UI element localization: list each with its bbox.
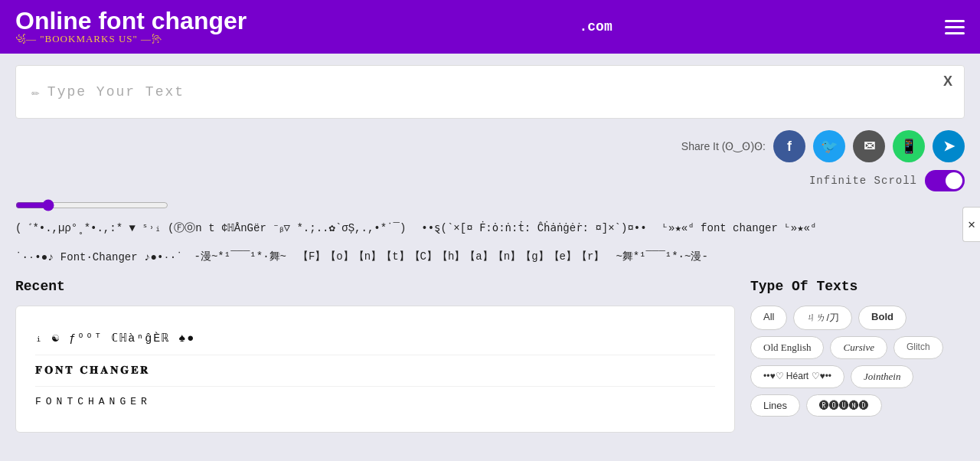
- share-email[interactable]: ✉: [853, 130, 885, 162]
- share-twitter[interactable]: 🐦: [813, 130, 845, 162]
- share-whatsapp[interactable]: 📱: [893, 130, 925, 162]
- share-facebook[interactable]: f: [773, 130, 805, 162]
- font-samples-row2: ˙·٠•●♪ Font·Changer ♪●•٠·˙ -漫~*¹¯¯¯¹*·舞~…: [15, 250, 965, 263]
- font-sample-3: ᴸ»★«ᵈ font changer ᴸ»★«ᵈ: [662, 219, 817, 238]
- type-tag-japanese[interactable]: ㄐㄌ/刀: [793, 306, 852, 330]
- font-sample-1: (゛*•.,µρ°˳*•.,:* ▼ ˢ˒ᵢ (Ⓕⓞn t ¢ℍÅnGёr ⁻ᵦ…: [15, 219, 406, 238]
- logo-title-text: Online font changer: [15, 7, 247, 34]
- toggle-knob: [946, 172, 962, 189]
- recent-item-3[interactable]: FONTCHANGER: [35, 387, 715, 417]
- recent-title: Recent: [15, 279, 735, 294]
- type-tag-heart[interactable]: ••♥♡ Héart ♡♥••: [750, 365, 844, 388]
- logo-subtitle: ꧁— "BOOKMARKS US" —꧂: [15, 33, 247, 45]
- type-tag-bold[interactable]: Bold: [858, 306, 906, 330]
- infinite-scroll-toggle[interactable]: [925, 170, 965, 191]
- pencil-icon: ✏: [31, 83, 40, 100]
- font-size-slider[interactable]: [15, 199, 168, 211]
- type-grid: All ㄐㄌ/刀 Bold Old English Cursive Glitch…: [750, 306, 965, 417]
- side-close-button[interactable]: ✕: [962, 207, 980, 242]
- infinite-scroll-label: Infinite Scroll: [809, 175, 917, 187]
- text-input-container[interactable]: ✏ Type Your Text X: [15, 65, 965, 119]
- recent-column: Recent ᵢ ☯ ƒᴼᴼᵀ ℂℍàⁿĝÈℝ ♠● 𝐅𝐎𝐍𝐓 𝐂𝐇𝐀𝐍𝐆𝐄𝐑 …: [15, 279, 735, 433]
- recent-item-1[interactable]: ᵢ ☯ ƒᴼᴼᵀ ℂℍàⁿĝÈℝ ♠●: [35, 322, 715, 355]
- infinite-scroll-bar: Infinite Scroll: [15, 170, 965, 191]
- font-size-slider-container: [15, 199, 965, 211]
- font-sample-2: ••ȿ(`×[¤ Ḟ:ȯ:ṅ:ṫ: Ĉḣȧṅġėṙ: ¤]×`)¤••: [421, 219, 646, 238]
- font-sample-7: ~舞*¹¯¯¯¹*·~漫-: [616, 250, 707, 263]
- share-telegram[interactable]: ➤: [933, 130, 965, 162]
- logo-area: Online font changer ꧁— "BOOKMARKS US" —꧂: [15, 8, 247, 45]
- main-content: ✏ Type Your Text X Share It (ʘ‿ʘ)ʘ: f 🐦 …: [0, 65, 980, 433]
- share-label: Share It (ʘ‿ʘ)ʘ:: [681, 140, 766, 152]
- logo-title: Online font changer: [15, 8, 247, 33]
- recent-box: ᵢ ☯ ƒᴼᴼᵀ ℂℍàⁿĝÈℝ ♠● 𝐅𝐎𝐍𝐓 𝐂𝐇𝐀𝐍𝐆𝐄𝐑 FONTCHA…: [15, 306, 735, 433]
- font-sample-6: 【F】【o】【n】【t】【C】【h】【a】【n】【g】【e】【r】: [298, 250, 604, 263]
- type-tag-glitch[interactable]: Glitch: [893, 336, 943, 359]
- type-tag-old-english[interactable]: Old English: [750, 336, 824, 359]
- two-column-layout: Recent ᵢ ☯ ƒᴼᴼᵀ ℂℍàⁿĝÈℝ ♠● 𝐅𝐎𝐍𝐓 𝐂𝐇𝐀𝐍𝐆𝐄𝐑 …: [15, 279, 965, 433]
- type-tag-round[interactable]: 🅡🅞🅤🅝🅓: [806, 394, 882, 417]
- text-input-placeholder: Type Your Text: [47, 84, 185, 100]
- close-input-button[interactable]: X: [943, 74, 952, 90]
- type-tag-lines[interactable]: Lines: [750, 394, 800, 417]
- font-samples-row1: (゛*•.,µρ°˳*•.,:* ▼ ˢ˒ᵢ (Ⓕⓞn t ¢ℍÅnGёr ⁻ᵦ…: [15, 219, 965, 238]
- hamburger-menu[interactable]: [945, 20, 965, 34]
- site-header: Online font changer ꧁— "BOOKMARKS US" —꧂…: [0, 0, 980, 54]
- font-sample-4: ˙·٠•●♪ Font·Changer ♪●•٠·˙: [15, 250, 183, 263]
- type-tag-jointhein[interactable]: Jointhein: [851, 365, 913, 388]
- logo-com: .com: [580, 19, 612, 34]
- recent-item-2[interactable]: 𝐅𝐎𝐍𝐓 𝐂𝐇𝐀𝐍𝐆𝐄𝐑: [35, 355, 715, 387]
- type-of-texts-title: Type Of Texts: [750, 279, 965, 294]
- share-bar: Share It (ʘ‿ʘ)ʘ: f 🐦 ✉ 📱 ➤: [15, 130, 965, 162]
- font-sample-5: -漫~*¹¯¯¯¹*·舞~: [194, 250, 286, 263]
- type-of-texts-column: Type Of Texts All ㄐㄌ/刀 Bold Old English …: [750, 279, 965, 433]
- type-tag-all[interactable]: All: [750, 306, 787, 330]
- type-tag-cursive[interactable]: Cursive: [830, 336, 887, 359]
